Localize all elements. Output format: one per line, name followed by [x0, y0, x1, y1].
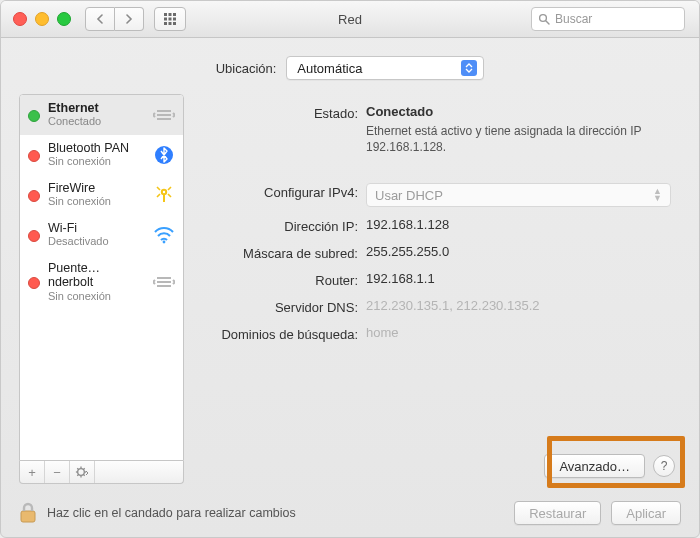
service-list-toolbar: + −	[19, 461, 184, 484]
service-name: Puente…nderbolt	[48, 261, 145, 290]
service-name: Ethernet	[48, 101, 145, 115]
status-dot-icon	[28, 190, 40, 202]
titlebar: Red Buscar	[1, 1, 699, 38]
service-status: Sin conexión	[48, 290, 145, 303]
location-value: Automática	[297, 61, 362, 76]
thunderbolt-bridge-icon	[153, 271, 175, 293]
forward-button[interactable]	[115, 7, 144, 31]
restore-button[interactable]: Restaurar	[514, 501, 601, 525]
dns-value: 212.230.135.1, 212.230.135.2	[366, 298, 671, 313]
detail-panel: Estado: Conectado Ethernet está activo y…	[198, 94, 681, 484]
window-controls	[13, 12, 71, 26]
svg-line-22	[84, 475, 85, 476]
wifi-icon	[153, 224, 175, 246]
service-status: Sin conexión	[48, 155, 145, 168]
service-status: Desactivado	[48, 235, 145, 248]
svg-point-16	[78, 469, 85, 476]
remove-service-button[interactable]: −	[45, 461, 70, 483]
grid-icon	[163, 12, 177, 26]
svg-rect-4	[169, 18, 172, 21]
search-icon	[538, 13, 550, 25]
estado-subtext: Ethernet está activo y tiene asignada la…	[366, 123, 666, 155]
select-arrows-icon: ▲▼	[653, 188, 662, 202]
body: Ethernet Conectado Bluetooth PAN Sin con…	[1, 94, 699, 484]
sidebar-item-wifi[interactable]: Wi-Fi Desactivado	[20, 215, 183, 255]
svg-line-21	[77, 468, 78, 469]
svg-rect-6	[164, 22, 167, 25]
search-input[interactable]: Buscar	[531, 7, 685, 31]
svg-line-10	[546, 21, 549, 24]
help-button[interactable]: ?	[653, 455, 675, 477]
sidebar-item-firewire[interactable]: FireWire Sin conexión	[20, 175, 183, 215]
location-popup[interactable]: Automática	[286, 56, 484, 80]
lock-icon[interactable]	[19, 502, 37, 524]
router-value: 192.168.1.1	[366, 271, 671, 286]
status-dot-icon	[28, 230, 40, 242]
bluetooth-icon	[153, 144, 175, 166]
svg-rect-7	[169, 22, 172, 25]
svg-rect-2	[173, 13, 176, 16]
network-prefs-window: Red Buscar Ubicación: Automática	[0, 0, 700, 538]
dns-label: Servidor DNS:	[208, 298, 366, 315]
ip-value: 192.168.1.128	[366, 217, 671, 232]
nav-buttons	[85, 7, 144, 31]
close-window-button[interactable]	[13, 12, 27, 26]
minimize-window-button[interactable]	[35, 12, 49, 26]
footer: Haz clic en el candado para realizar cam…	[1, 489, 699, 537]
popup-arrows-icon	[461, 60, 477, 76]
chevron-left-icon	[96, 14, 104, 24]
chevron-right-icon	[125, 14, 133, 24]
svg-rect-0	[164, 13, 167, 16]
router-label: Router:	[208, 271, 366, 288]
gear-icon	[75, 465, 89, 479]
search-placeholder: Buscar	[555, 12, 592, 26]
apply-button[interactable]: Aplicar	[611, 501, 681, 525]
svg-point-15	[163, 240, 166, 243]
service-name: Bluetooth PAN	[48, 141, 145, 155]
estado-label: Estado:	[208, 104, 366, 121]
sidebar-item-bluetooth-pan[interactable]: Bluetooth PAN Sin conexión	[20, 135, 183, 175]
svg-point-13	[163, 190, 165, 192]
status-dot-icon	[28, 150, 40, 162]
service-list[interactable]: Ethernet Conectado Bluetooth PAN Sin con…	[19, 94, 184, 461]
search-domains-label: Dominios de búsqueda:	[208, 325, 366, 342]
service-name: FireWire	[48, 181, 145, 195]
config-ipv4-value: Usar DHCP	[375, 188, 443, 203]
back-button[interactable]	[85, 7, 115, 31]
sidebar: Ethernet Conectado Bluetooth PAN Sin con…	[19, 94, 184, 484]
svg-rect-14	[163, 195, 165, 202]
lock-hint-text: Haz clic en el candado para realizar cam…	[47, 506, 296, 520]
estado-value: Conectado	[366, 104, 433, 119]
service-status: Conectado	[48, 115, 145, 128]
location-row: Ubicación: Automática	[1, 38, 699, 94]
svg-rect-1	[169, 13, 172, 16]
svg-rect-8	[173, 22, 176, 25]
svg-rect-3	[164, 18, 167, 21]
location-label: Ubicación:	[216, 61, 277, 76]
add-service-button[interactable]: +	[20, 461, 45, 483]
svg-line-23	[77, 475, 78, 476]
service-name: Wi-Fi	[48, 221, 145, 235]
status-dot-icon	[28, 277, 40, 289]
advanced-button[interactable]: Avanzado…	[544, 454, 645, 478]
subnet-mask-label: Máscara de subred:	[208, 244, 366, 261]
service-status: Sin conexión	[48, 195, 145, 208]
service-actions-button[interactable]	[70, 461, 95, 483]
svg-point-9	[540, 15, 547, 22]
ip-label: Dirección IP:	[208, 217, 366, 234]
svg-line-24	[84, 468, 85, 469]
subnet-mask-value: 255.255.255.0	[366, 244, 671, 259]
config-ipv4-label: Configurar IPv4:	[208, 183, 366, 200]
config-ipv4-select[interactable]: Usar DHCP ▲▼	[366, 183, 671, 207]
svg-rect-5	[173, 18, 176, 21]
show-all-prefs-button[interactable]	[154, 7, 186, 31]
status-dot-icon	[28, 110, 40, 122]
sidebar-item-thunderbolt-bridge[interactable]: Puente…nderbolt Sin conexión	[20, 255, 183, 309]
ethernet-icon	[153, 104, 175, 126]
firewire-icon	[153, 184, 175, 206]
search-domains-value: home	[366, 325, 671, 340]
svg-rect-25	[21, 511, 35, 522]
sidebar-item-ethernet[interactable]: Ethernet Conectado	[20, 95, 183, 135]
zoom-window-button[interactable]	[57, 12, 71, 26]
